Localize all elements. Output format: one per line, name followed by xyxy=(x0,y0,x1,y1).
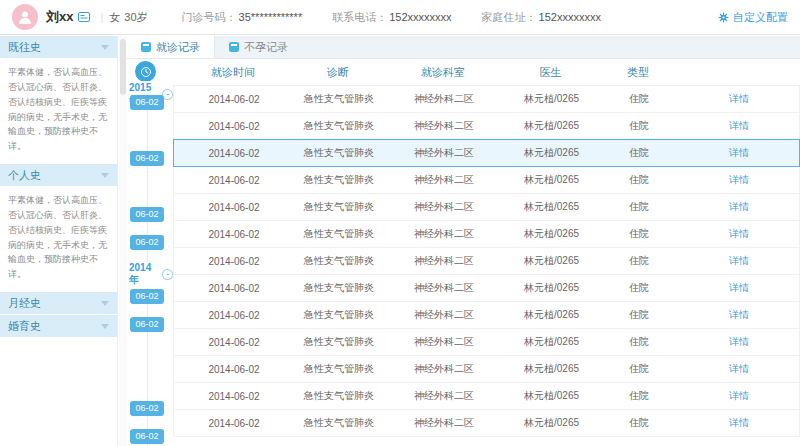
visit-table: 就诊时间 诊断 就诊科室 医生 类型 2014-06-02 急性支气管肺炎 神经… xyxy=(173,59,800,446)
cell-doctor: 林元植/0265 xyxy=(504,308,599,322)
tab-infertility-records[interactable]: 不孕记录 xyxy=(215,36,302,58)
table-header: 就诊时间 诊断 就诊科室 医生 类型 xyxy=(173,59,800,85)
history-sidebar: 既往史 平素体健，否认高血压、否认冠心病、否认肝炎、否认结核病史、疟疾等疾病的病… xyxy=(0,36,118,446)
table-row[interactable]: 2014-06-02 急性支气管肺炎 神经外科二区 林元植/0265 住院 详情 xyxy=(173,247,800,275)
timeline-date-chip[interactable]: 06-02 xyxy=(130,289,164,304)
col-diagnosis: 诊断 xyxy=(293,65,383,80)
timeline: 2015年-06-0206-0206-0206-022014年-06-0206-… xyxy=(127,59,173,446)
cell-doctor: 林元植/0265 xyxy=(504,335,599,349)
cell-doctor: 林元植/0265 xyxy=(504,146,599,160)
cell-doctor: 林元植/0265 xyxy=(504,281,599,295)
detail-link[interactable]: 详情 xyxy=(729,417,749,428)
sidebar-section-menstrual-history[interactable]: 月经史 xyxy=(0,292,117,314)
detail-link[interactable]: 详情 xyxy=(729,201,749,212)
cell-department: 神经外科二区 xyxy=(384,389,504,403)
detail-link[interactable]: 详情 xyxy=(729,363,749,374)
sidebar-section-marriage-history[interactable]: 婚育史 xyxy=(0,315,117,337)
timeline-date-chip[interactable]: 06-02 xyxy=(130,317,164,332)
outpatient-number-label: 门诊号码： xyxy=(182,11,237,23)
table-row[interactable]: 2014-06-02 急性支气管肺炎 神经外科二区 林元植/0265 住院 详情 xyxy=(173,112,800,140)
patient-header: 刘xx | 女 30岁 门诊号码：35************ 联系电话：152… xyxy=(0,0,800,35)
detail-link[interactable]: 详情 xyxy=(729,120,749,131)
detail-link[interactable]: 详情 xyxy=(729,174,749,185)
table-row[interactable]: 2014-06-02 急性支气管肺炎 神经外科二区 林元植/0265 住院 详情 xyxy=(173,328,800,356)
timeline-date-chip[interactable]: 06-02 xyxy=(130,235,164,250)
table-row[interactable]: 2014-06-02 急性支气管肺炎 神经外科二区 林元植/0265 住院 详情 xyxy=(173,382,800,410)
collapse-icon[interactable]: - xyxy=(162,269,173,280)
scrollbar-thumb[interactable] xyxy=(120,39,126,95)
detail-cell: 详情 xyxy=(679,92,799,106)
cell-type: 住院 xyxy=(599,119,679,133)
table-row[interactable]: 2014-06-02 急性支气管肺炎 神经外科二区 林元植/0265 住院 详情 xyxy=(173,193,800,221)
cell-department: 神经外科二区 xyxy=(384,200,504,214)
detail-link[interactable]: 详情 xyxy=(729,93,749,104)
year-label: 2014年 xyxy=(129,262,159,287)
table-row[interactable]: 2014-06-02 急性支气管肺炎 神经外科二区 林元植/0265 住院 详情 xyxy=(173,355,800,383)
detail-link[interactable]: 详情 xyxy=(729,282,749,293)
chevron-down-icon xyxy=(101,173,109,178)
cell-department: 神经外科二区 xyxy=(384,308,504,322)
table-row[interactable]: 2014-06-02 急性支气管肺炎 神经外科二区 林元植/0265 住院 详情 xyxy=(173,220,800,248)
cell-diagnosis: 急性支气管肺炎 xyxy=(294,146,384,160)
cell-visit-time: 2014-06-02 xyxy=(174,94,294,105)
detail-link[interactable]: 详情 xyxy=(729,336,749,347)
table-row[interactable]: 2014-06-02 急性支气管肺炎 神经外科二区 林元植/0265 住院 详情 xyxy=(173,85,800,113)
cell-type: 住院 xyxy=(599,362,679,376)
cell-type: 住院 xyxy=(599,146,679,160)
timeline-date-chip[interactable]: 06-02 xyxy=(130,95,164,110)
cell-doctor: 林元植/0265 xyxy=(504,119,599,133)
tab-visit-records[interactable]: 就诊记录 xyxy=(127,36,215,58)
cell-department: 神经外科二区 xyxy=(384,254,504,268)
detail-link[interactable]: 详情 xyxy=(729,255,749,266)
timeline-date-chip[interactable]: 06-02 xyxy=(130,207,164,222)
collapse-icon[interactable]: - xyxy=(162,89,173,100)
timeline-date-chip[interactable]: 06-02 xyxy=(130,151,164,166)
cell-visit-time: 2014-06-02 xyxy=(174,391,294,402)
person-icon xyxy=(17,9,33,25)
chevron-down-icon xyxy=(101,301,109,306)
detail-link[interactable]: 详情 xyxy=(729,390,749,401)
main-panel: 就诊记录 不孕记录 2015年-06-0206-0206-0206-022014… xyxy=(127,36,800,446)
cell-type: 住院 xyxy=(599,389,679,403)
custom-config-button[interactable]: 自定义配置 xyxy=(718,0,788,35)
table-row[interactable]: 2014-06-02 急性支气管肺炎 神经外科二区 林元植/0265 住院 详情 xyxy=(173,139,800,167)
timeline-date-chip[interactable]: 06-02 xyxy=(130,401,164,416)
cell-doctor: 林元植/0265 xyxy=(504,362,599,376)
cell-doctor: 林元植/0265 xyxy=(504,416,599,430)
timeline-date-chip[interactable]: 06-02 xyxy=(130,429,164,444)
cell-department: 神经外科二区 xyxy=(384,362,504,376)
sidebar-section-past-history[interactable]: 既往史 xyxy=(0,36,117,58)
sidebar-section-personal-history[interactable]: 个人史 xyxy=(0,164,117,186)
cell-diagnosis: 急性支气管肺炎 xyxy=(294,362,384,376)
detail-link[interactable]: 详情 xyxy=(729,309,749,320)
cell-type: 住院 xyxy=(599,92,679,106)
cell-department: 神经外科二区 xyxy=(384,335,504,349)
col-department: 就诊科室 xyxy=(383,65,503,80)
sidebar-scrollbar[interactable] xyxy=(119,36,127,446)
record-tabs: 就诊记录 不孕记录 xyxy=(127,36,800,59)
timeline-year[interactable]: 2014年- xyxy=(129,261,173,288)
cell-diagnosis: 急性支气管肺炎 xyxy=(294,308,384,322)
table-row[interactable]: 2014-06-02 急性支气管肺炎 神经外科二区 林元植/0265 住院 详情 xyxy=(173,166,800,194)
records-content: 2015年-06-0206-0206-0206-022014年-06-0206-… xyxy=(127,59,800,446)
cell-type: 住院 xyxy=(599,254,679,268)
cell-diagnosis: 急性支气管肺炎 xyxy=(294,173,384,187)
personal-history-content: 平素体健，否认高血压、否认冠心病、否认肝炎、否认结核病史、疟疾等疾病的病史，无手… xyxy=(0,187,117,292)
detail-link[interactable]: 详情 xyxy=(729,228,749,239)
phone-value: 152xxxxxxxx xyxy=(389,11,451,23)
detail-link[interactable]: 详情 xyxy=(729,147,749,158)
patient-gender: 女 xyxy=(109,10,120,25)
table-row[interactable]: 2014-06-02 急性支气管肺炎 神经外科二区 林元植/0265 住院 详情 xyxy=(173,274,800,302)
cell-type: 住院 xyxy=(599,335,679,349)
cell-type: 住院 xyxy=(599,173,679,187)
cell-department: 神经外科二区 xyxy=(384,173,504,187)
detail-cell: 详情 xyxy=(679,362,799,376)
table-row[interactable]: 2014-06-02 急性支气管肺炎 神经外科二区 林元植/0265 住院 详情 xyxy=(173,301,800,329)
cell-type: 住院 xyxy=(599,281,679,295)
table-row[interactable]: 2014-06-02 急性支气管肺炎 神经外科二区 林元植/0265 住院 详情 xyxy=(173,409,800,437)
cell-diagnosis: 急性支气管肺炎 xyxy=(294,92,384,106)
divider: | xyxy=(100,11,103,23)
cell-type: 住院 xyxy=(599,416,679,430)
detail-cell: 详情 xyxy=(679,335,799,349)
cell-doctor: 林元植/0265 xyxy=(504,254,599,268)
